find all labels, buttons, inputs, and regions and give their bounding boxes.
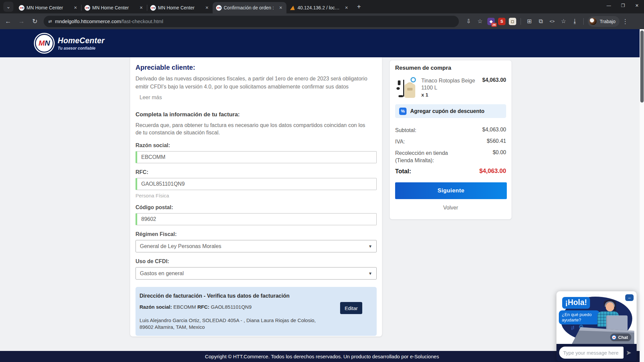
site-header: MN HomeCenter Tu asesor confiable [0, 29, 644, 57]
monitor-graphic [606, 315, 628, 331]
discount-icon: % [399, 108, 407, 115]
seo-extension-icon[interactable]: S [498, 18, 505, 25]
download-icon[interactable]: ⭳ [570, 16, 580, 26]
edit-billing-button[interactable]: Editar [340, 302, 362, 314]
iva-row: IVA:$560.41 [395, 138, 506, 145]
chat-banner[interactable]: zendesk chat – ¡Hola! ¿En qué puedo ayud… [556, 291, 637, 344]
razon-social-input[interactable] [136, 151, 377, 163]
next-button[interactable]: Siguiente [395, 182, 507, 199]
tab-strip: ⌄ MN MN Home Center ✕ MN MN Home Center … [0, 0, 644, 13]
chevron-down-icon: ▼ [368, 271, 372, 276]
browser-window: ⌄ MN MN Home Center ✕ MN MN Home Center … [0, 0, 644, 362]
regimen-fiscal-value: General de Ley Personas Morales [140, 243, 221, 249]
uso-cfdi-select[interactable]: Gastos en general ▼ [136, 267, 377, 280]
rfc-input[interactable] [136, 178, 377, 190]
grid-icon[interactable]: ⊞ [524, 16, 534, 26]
chevron-down-icon: ▼ [368, 244, 372, 249]
extension-badge: 26 [491, 23, 497, 27]
tab-close-icon[interactable]: ✕ [138, 5, 144, 11]
logo-tagline: Tu asesor confiable [58, 46, 105, 51]
chat-minimize-button[interactable]: – [625, 294, 634, 301]
url-bar[interactable]: ⇄ mndelgolfo.httcommerce.com/fast-checko… [44, 16, 459, 27]
close-window-icon[interactable]: ✕ [630, 0, 644, 11]
tab-close-icon[interactable]: ✕ [204, 5, 210, 11]
page-scrollbar [640, 29, 644, 362]
chat-widget: zendesk chat – ¡Hola! ¿En qué puedo ayud… [556, 291, 637, 361]
rfc-label: RFC: [136, 169, 377, 175]
reload-icon[interactable]: ↻ [30, 16, 40, 27]
mn-favicon-icon: MN [150, 5, 156, 11]
extension-icon[interactable]: ◆26 [487, 18, 495, 25]
tab-close-icon[interactable]: ✕ [278, 5, 284, 11]
read-more-link[interactable]: Leer más [140, 95, 162, 101]
codigo-postal-label: Código postal: [136, 204, 377, 210]
tab-phpmyadmin[interactable]: 40.124.136.2 / localhost ✕ [286, 2, 352, 13]
tab-mn-home-1[interactable]: MN MN Home Center ✕ [15, 2, 81, 13]
send-icon[interactable]: ➤ [626, 349, 632, 357]
billing-box-title: Dirección de facturación - Verifica tus … [140, 293, 372, 299]
site-footer: Copyright © HTT.Commerce. Todos los dere… [0, 351, 644, 362]
mn-logo-icon: MN [35, 34, 54, 53]
tab-search-button[interactable]: ⌄ [3, 2, 13, 12]
water-tank-graphic [405, 84, 415, 98]
tab-order-confirmation-active[interactable]: MN Confirmación de orden : ✕ [213, 2, 286, 13]
zendesk-chat-label: zendesk chat [556, 293, 637, 297]
greeting-body: Derivado de las nuevas disposiciones fís… [136, 75, 372, 90]
new-tab-button[interactable]: + [354, 2, 364, 11]
form-note: Recuerda que, para obtener tu factura es… [136, 122, 372, 136]
restore-window-icon[interactable]: ❐ [616, 0, 630, 11]
profile-name: Trabajo [600, 19, 615, 24]
chat-message-input[interactable] [559, 347, 624, 359]
logo-text: HomeCenter Tu asesor confiable [58, 36, 105, 51]
cookie-extension-icon[interactable]: ◻ [509, 18, 516, 25]
avatar [589, 17, 597, 25]
product-quantity: x 1 [421, 92, 482, 98]
codigo-postal-input[interactable] [136, 213, 377, 225]
form-title: Completa la información de tu factura: [136, 111, 377, 118]
toolbar-divider [583, 18, 584, 25]
toolbar-icons: ⇩ ☆ ◆26 S ◻ ⊞ ⧉ <> ☆ ⭳ Trabajo ⋮ [463, 16, 632, 27]
toolbar-divider [521, 18, 521, 25]
minimize-window-icon[interactable]: — [602, 0, 616, 11]
product-image [395, 77, 417, 99]
tab-title: MN Home Center [158, 5, 202, 10]
chat-question: ¿En qué puedo ayudarte? [559, 310, 600, 324]
add-coupon-button[interactable]: % Agregar cupón de descuento [395, 104, 506, 118]
homecenter-logo[interactable]: MN HomeCenter Tu asesor confiable [35, 34, 105, 53]
product-name: Tinaco Rotoplas Beige 1100 L [421, 77, 478, 91]
forward-icon[interactable]: → [16, 16, 27, 27]
persona-fisica-hint: Persona Física [136, 193, 377, 198]
product-price: $4,063.00 [482, 77, 506, 99]
subtotal-row: Subtotal:$4,063.00 [395, 127, 506, 134]
tab-close-icon[interactable]: ✕ [343, 5, 350, 11]
back-link[interactable]: Volver [395, 205, 506, 211]
phpmyadmin-favicon-icon [290, 5, 296, 11]
favorites-icon[interactable]: ☆ [558, 16, 569, 26]
razon-social-label: Razón social: [136, 142, 377, 148]
site-info-icon[interactable]: ⇄ [48, 19, 52, 24]
exclamation-decoration: ¡! [571, 325, 574, 330]
product-row: Tinaco Rotoplas Beige 1100 L x 1 $4,063.… [395, 77, 506, 99]
tab-close-icon[interactable]: ✕ [72, 5, 78, 11]
bookmark-star-icon[interactable]: ☆ [475, 16, 485, 26]
checkout-form-card: Apreciable cliente: Derivado de las nuev… [130, 57, 382, 337]
copyright-text: Copyright © HTT.Commerce. Todos los dere… [205, 354, 439, 359]
tab-mn-home-2[interactable]: MN MN Home Center ✕ [81, 2, 147, 13]
device-toolbar-icon[interactable]: ⧉ [536, 16, 546, 26]
total-value: $4,063.00 [479, 168, 506, 175]
billing-address: Luis Alejandro Garcia Ortiz, SOLEDAD 405… [140, 317, 321, 330]
back-icon[interactable]: ← [3, 16, 13, 27]
uso-cfdi-value: Gastos en general [140, 270, 184, 277]
regimen-fiscal-label: Régimen Fiscal: [136, 231, 377, 237]
browser-menu-icon[interactable]: ⋮ [621, 18, 630, 25]
scrollbar-thumb[interactable] [640, 31, 644, 103]
billing-razon-rfc: Razón social: EBCOMM RFC: GAOL851101QN9 [140, 304, 372, 310]
tab-title: 40.124.136.2 / localhost [298, 5, 341, 10]
install-app-icon[interactable]: ⇩ [464, 16, 474, 26]
code-icon[interactable]: <> [547, 16, 557, 26]
mn-favicon-icon: MN [216, 5, 222, 11]
profile-chip[interactable]: Trabajo [588, 16, 620, 27]
regimen-fiscal-select[interactable]: General de Ley Personas Morales ▼ [136, 240, 377, 252]
tab-mn-home-3[interactable]: MN MN Home Center ✕ [147, 2, 213, 13]
rotoplas-logo-icon [411, 77, 416, 82]
